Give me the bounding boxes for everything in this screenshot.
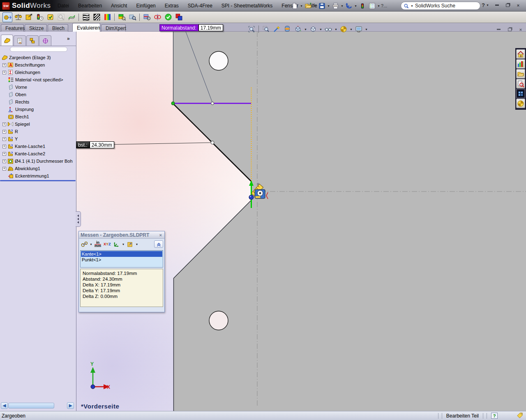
zebra-stripes-wave-button[interactable] xyxy=(81,12,91,22)
edit-appearance-button[interactable] xyxy=(339,24,348,34)
doc-close-button[interactable]: × xyxy=(517,26,524,32)
menu-ansicht[interactable]: Ansicht xyxy=(110,2,128,9)
arc-circle-measure-button[interactable] xyxy=(80,240,88,248)
coordinate-caret-icon[interactable]: ▾ xyxy=(122,242,125,246)
tree-item-y[interactable]: + Y xyxy=(0,135,76,143)
curvature-display-button[interactable] xyxy=(102,12,112,22)
coordinate-system-button[interactable] xyxy=(113,240,121,248)
print-caret-icon[interactable]: ▾ xyxy=(340,4,344,8)
hole-top[interactable] xyxy=(209,51,228,70)
expand-icon[interactable]: + xyxy=(2,145,6,148)
open-caret-icon[interactable]: ▾ xyxy=(313,4,317,8)
scroll-left-button[interactable]: ◀ xyxy=(1,402,8,409)
toolbar-overflow[interactable]: ?... xyxy=(381,3,387,8)
rollback-bar[interactable] xyxy=(0,180,76,181)
new-caret-icon[interactable]: ▾ xyxy=(300,4,303,8)
selection-item-kante[interactable]: Kante<1> xyxy=(81,251,162,257)
draft-analysis-button[interactable] xyxy=(117,12,127,22)
units-precision-button[interactable]: in mm xyxy=(94,241,102,247)
selection-item-punkt[interactable]: Punkt<1> xyxy=(81,257,162,263)
curvature-button[interactable] xyxy=(67,12,76,22)
expand-icon[interactable]: + xyxy=(2,71,6,74)
measure-tool-button[interactable] xyxy=(2,12,12,22)
model-geometry[interactable]: Y X xyxy=(76,32,526,411)
expand-icon[interactable]: + xyxy=(2,63,6,67)
measure-selection-list[interactable]: Kante<1> Punkt<1> xyxy=(80,250,163,268)
display-style-caret-icon[interactable]: ▾ xyxy=(319,28,323,31)
search-input[interactable]: ▾ SolidWorks Suche xyxy=(401,2,480,10)
undo-button[interactable] xyxy=(344,1,353,10)
scene-caret-icon[interactable]: ▾ xyxy=(365,28,368,31)
zoom-to-area-button[interactable] xyxy=(261,24,271,34)
tab-features[interactable]: Features xyxy=(1,24,24,32)
tree-item-kante-lasche1[interactable]: + Kante-Lasche1 xyxy=(0,143,76,150)
expand-icon[interactable]: + xyxy=(2,122,6,126)
expand-icon[interactable]: + xyxy=(2,137,6,141)
solidworks-resources-button[interactable] xyxy=(516,49,525,59)
tree-item-blech1[interactable]: Blech1 xyxy=(0,113,76,120)
hide-show-caret-icon[interactable]: ▾ xyxy=(334,28,338,31)
arc-measure-caret-icon[interactable]: ▾ xyxy=(89,242,93,246)
print-button[interactable] xyxy=(331,1,340,10)
panel-tabs-overflow[interactable]: » xyxy=(67,36,70,42)
zoom-to-fit-button[interactable] xyxy=(247,24,256,34)
search-results-button[interactable] xyxy=(516,79,525,88)
tree-item-spiegel[interactable]: + Spiegel xyxy=(0,120,76,128)
doc-minimize-button[interactable] xyxy=(495,26,502,32)
tree-item-material[interactable]: Material <not specified> xyxy=(0,76,76,83)
view-orientation-button[interactable] xyxy=(293,24,303,34)
view-orientation-caret-icon[interactable]: ▾ xyxy=(304,28,307,31)
menu-spi-sheetmetalworks[interactable]: SPI - SheetmetalWorks xyxy=(221,2,274,9)
search-caret-icon[interactable]: ▾ xyxy=(410,4,414,8)
tree-item-gleichungen[interactable]: + Gleichungen xyxy=(0,69,76,76)
featuremanager-tab[interactable] xyxy=(1,35,13,46)
minimize-button[interactable] xyxy=(493,2,501,8)
rebuild-button[interactable] xyxy=(358,1,367,10)
edge-endpoint-marker[interactable] xyxy=(171,102,175,105)
help-caret-icon[interactable]: ▾ xyxy=(486,3,489,7)
tree-item-abwicklung1[interactable]: + Abwicklung1 xyxy=(0,165,76,172)
dimxpertmanager-tab[interactable] xyxy=(39,35,51,46)
tree-item-rechts[interactable]: Rechts xyxy=(0,98,76,106)
tree-item-ursprung[interactable]: Ursprung xyxy=(0,106,76,113)
tree-filter-bar[interactable] xyxy=(10,47,67,52)
edge-midpoint-marker[interactable] xyxy=(211,102,214,105)
menu-datei[interactable]: Datei xyxy=(57,2,70,9)
save-button[interactable] xyxy=(317,1,326,10)
apply-scene-button[interactable] xyxy=(354,24,364,34)
hole-bottom[interactable] xyxy=(209,311,228,330)
hide-show-items-button[interactable] xyxy=(323,24,333,34)
magnified-selection-button[interactable] xyxy=(56,12,66,22)
tree-item-beschriftungen[interactable]: + Beschriftungen xyxy=(0,61,76,69)
tree-item-r[interactable]: + R xyxy=(0,128,76,135)
tab-blech[interactable]: Blech xyxy=(48,24,68,32)
menu-bearbeiten[interactable]: Bearbeiten xyxy=(77,2,103,9)
propertymanager-tab[interactable] xyxy=(14,35,26,46)
view-palette-button[interactable] xyxy=(516,89,525,98)
scroll-right-button[interactable]: ▶ xyxy=(67,402,74,409)
status-quick-tips-button[interactable]: ? xyxy=(491,413,498,419)
part-face[interactable] xyxy=(173,32,526,411)
zebra-stripes-button[interactable] xyxy=(92,12,102,22)
display-style-button[interactable] xyxy=(308,24,318,34)
save-caret-icon[interactable]: ▾ xyxy=(327,4,330,8)
collapse-dialog-button[interactable] xyxy=(154,240,163,248)
tab-skizze[interactable]: Skizze xyxy=(25,24,47,32)
performance-evaluation-button[interactable] xyxy=(35,12,44,22)
measure-dialog[interactable]: Messen - Zargeoben.SLDPRT × ▾ in mm XYZ … xyxy=(78,231,165,312)
tree-item-vorne[interactable]: Vorne xyxy=(0,83,76,91)
appearance-caret-icon[interactable]: ▾ xyxy=(349,28,353,31)
geometry-check-button[interactable] xyxy=(163,12,173,22)
measured-point[interactable] xyxy=(249,195,254,200)
section-view-button[interactable] xyxy=(282,24,292,34)
tree-root[interactable]: Zargeoben (Etage 3) xyxy=(0,54,76,61)
projection-caret-icon[interactable]: ▾ xyxy=(135,242,139,246)
expand-icon[interactable]: + xyxy=(2,152,6,156)
tree-item-kante-lasche2[interactable]: + Kante-Lasche2 xyxy=(0,150,76,157)
parting-line-analysis-button[interactable] xyxy=(142,12,152,22)
doc-restore-button[interactable] xyxy=(506,26,513,32)
section-properties-button[interactable] xyxy=(24,12,34,22)
close-button[interactable]: × xyxy=(514,2,522,8)
open-button[interactable] xyxy=(304,1,313,10)
show-xyz-measurements-button[interactable]: XYZ xyxy=(103,242,112,246)
